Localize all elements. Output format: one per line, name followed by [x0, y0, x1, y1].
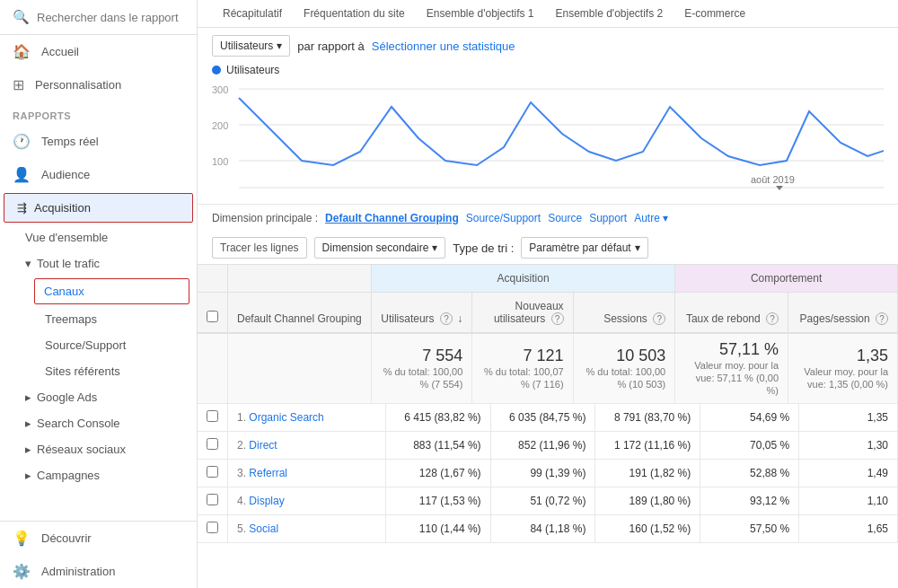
tab-bar: Récapitulatif Fréquentation du site Ense…: [198, 0, 898, 28]
sidebar-search-bar[interactable]: 🔍: [0, 0, 197, 35]
sidebar-item-personnalisation[interactable]: ⊞ Personnalisation: [0, 68, 197, 101]
row-channel-0: 1. Organic Search: [228, 404, 386, 432]
sidebar-item-accueil[interactable]: 🏠 Accueil: [0, 35, 197, 68]
row-users-0: 6 415 (83,82 %): [385, 404, 490, 432]
row-checkbox-1[interactable]: [198, 432, 228, 460]
chart-controls: Utilisateurs ▾ par rapport à Sélectionne…: [212, 35, 884, 57]
sidebar-item-campagnes[interactable]: ▸ Campagnes: [0, 462, 197, 488]
sidebar-item-google-ads[interactable]: ▸ Google Ads: [0, 384, 197, 410]
sidebar-item-tout-trafic[interactable]: ▾ Tout le trafic: [0, 250, 197, 276]
users-sort-icon[interactable]: ↓: [457, 312, 462, 325]
row-channel-4: 5. Social: [228, 515, 386, 543]
th-comportement-group: Comportement: [675, 265, 898, 293]
channel-link-1[interactable]: Direct: [249, 439, 277, 452]
sidebar-item-treemaps[interactable]: Treemaps: [0, 306, 197, 332]
dimension-support[interactable]: Support: [589, 212, 627, 224]
th-users: Utilisateurs ? ↓: [372, 293, 472, 334]
row-users-4: 110 (1,44 %): [385, 515, 490, 543]
table-row: 1. Organic Search 6 415 (83,82 %) 6 035 …: [198, 404, 898, 432]
row-checkbox-3[interactable]: [198, 487, 228, 515]
th-bounce: Taux de rebond ?: [675, 293, 788, 334]
row-pages-0: 1,35: [799, 404, 898, 432]
search-input[interactable]: [37, 11, 184, 24]
trace-lignes-button[interactable]: Tracer les lignes: [212, 237, 307, 259]
chevron-right-icon-camp: ▸: [25, 469, 31, 482]
sidebar-item-source-support[interactable]: Source/Support: [0, 332, 197, 358]
th-sessions: Sessions ?: [573, 293, 675, 334]
td-total-pages: 1,35 Valeur moy. pour la vue: 1,35 (0,00…: [788, 333, 898, 404]
th-acquisition-group: Acquisition: [372, 265, 675, 293]
sidebar-item-decouvrir[interactable]: 💡 Découvrir: [0, 522, 197, 555]
td-total-checkbox: [198, 333, 228, 404]
tab-objectifs-2[interactable]: Ensemble d'objectifs 2: [545, 0, 674, 27]
channel-link-2[interactable]: Referral: [249, 467, 287, 479]
row-checkbox-0[interactable]: [198, 404, 228, 432]
dimension-source-support[interactable]: Source/Support: [466, 212, 541, 224]
chart-legend-label: Utilisateurs: [226, 64, 279, 76]
sidebar-item-sites-referents[interactable]: Sites référents: [0, 358, 197, 384]
sidebar-item-temps-reel[interactable]: 🕐 Temps réel: [0, 125, 197, 158]
bounce-help-icon[interactable]: ?: [766, 312, 779, 325]
row-bounce-4: 57,50 %: [700, 515, 799, 543]
channel-link-0[interactable]: Organic Search: [249, 411, 323, 424]
users-help-icon[interactable]: ?: [440, 312, 453, 325]
sort-arrow: ▾: [635, 241, 640, 254]
td-total-sessions: 10 503 % du total: 100,00 % (10 503): [573, 333, 675, 404]
row-check-4[interactable]: [207, 522, 218, 533]
metric-dropdown[interactable]: Utilisateurs ▾: [212, 35, 290, 57]
search-console-label: Search Console: [37, 417, 120, 430]
row-check-2[interactable]: [207, 466, 218, 478]
th-checkbox: [198, 265, 228, 293]
channel-link-4[interactable]: Social: [249, 522, 278, 535]
td-total-bounce: 57,11 % Valeur moy. pour la vue: 57,11 %…: [675, 333, 788, 404]
sidebar-item-search-console[interactable]: ▸ Search Console: [0, 410, 197, 436]
row-num-0: 1.: [237, 411, 246, 424]
sort-label: Paramètre par défaut: [529, 241, 630, 254]
row-num-4: 5.: [237, 522, 246, 535]
row-users-3: 117 (1,53 %): [385, 487, 490, 515]
sidebar-item-vue-ensemble[interactable]: Vue d'ensemble: [0, 224, 197, 250]
chart-area: Utilisateurs ▾ par rapport à Sélectionne…: [198, 28, 898, 204]
gear-icon: ⚙️: [13, 563, 31, 580]
row-checkbox-2[interactable]: [198, 460, 228, 487]
dimension-default-channel[interactable]: Default Channel Grouping: [325, 212, 459, 224]
tab-ecommerce[interactable]: E-commerce: [674, 0, 756, 27]
row-users-1: 883 (11,54 %): [385, 432, 490, 460]
sessions-help-icon[interactable]: ?: [653, 312, 665, 325]
chevron-right-icon-sc: ▸: [25, 417, 31, 430]
tout-trafic-label: Tout le trafic: [37, 257, 100, 270]
th-channel: [228, 265, 372, 293]
th-checkbox-2: [198, 293, 228, 334]
channel-link-3[interactable]: Display: [249, 495, 284, 507]
select-all-checkbox[interactable]: [207, 311, 218, 322]
row-num-3: 4.: [237, 495, 246, 507]
select-stat-link[interactable]: Sélectionner une statistique: [372, 39, 515, 53]
svg-text:août 2019: août 2019: [751, 174, 795, 185]
tab-frequentation[interactable]: Fréquentation du site: [293, 0, 416, 27]
sidebar-item-canaux[interactable]: Canaux: [34, 278, 189, 304]
row-checkbox-4[interactable]: [198, 515, 228, 543]
row-new-users-3: 51 (0,72 %): [490, 487, 595, 515]
sidebar-item-administration[interactable]: ⚙️ Administration: [0, 555, 197, 588]
sidebar-item-temps-reel-label: Temps réel: [41, 135, 99, 148]
sort-dropdown[interactable]: Paramètre par défaut ▾: [521, 237, 647, 259]
sidebar-item-acquisition[interactable]: ⇶ Acquisition: [4, 193, 193, 223]
pages-help-icon[interactable]: ?: [876, 312, 888, 325]
row-new-users-1: 852 (11,96 %): [490, 432, 595, 460]
dimension-source[interactable]: Source: [548, 212, 582, 224]
acquisition-icon: ⇶: [17, 201, 27, 215]
td-total-label: [228, 333, 372, 404]
line-chart: 300 200 100 août 2019: [212, 80, 884, 197]
row-check-1[interactable]: [207, 438, 218, 450]
tab-recapitulatif[interactable]: Récapitulatif: [212, 0, 293, 27]
tab-objectifs-1[interactable]: Ensemble d'objectifs 1: [416, 0, 545, 27]
new-users-help-icon[interactable]: ?: [551, 312, 564, 325]
sidebar-item-reseaux-sociaux[interactable]: ▸ Réseaux sociaux: [0, 436, 197, 462]
sidebar-item-audience[interactable]: 👤 Audience: [0, 158, 197, 191]
dimension-autre[interactable]: Autre ▾: [634, 212, 668, 224]
secondary-dim-dropdown[interactable]: Dimension secondaire ▾: [314, 237, 446, 259]
row-check-0[interactable]: [207, 410, 218, 422]
row-check-3[interactable]: [207, 494, 218, 505]
svg-text:200: 200: [212, 120, 228, 131]
metric-dropdown-label: Utilisateurs: [220, 39, 273, 52]
